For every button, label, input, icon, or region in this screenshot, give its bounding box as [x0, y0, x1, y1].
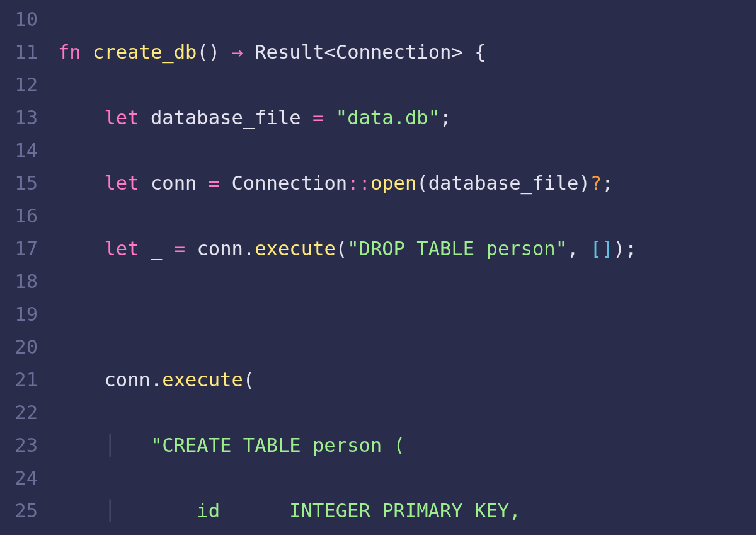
code-editor: 10111213141516171819202122232425 fn crea…: [0, 0, 756, 535]
code-line[interactable]: let conn = Connection::open(database_fil…: [58, 167, 636, 200]
line-number: 22: [0, 396, 38, 429]
line-number: 11: [0, 36, 38, 69]
code-line[interactable]: │ "CREATE TABLE person (: [58, 429, 636, 462]
line-number: 20: [0, 331, 38, 364]
code-line[interactable]: │ id INTEGER PRIMARY KEY,: [58, 495, 636, 527]
code-line[interactable]: let _ = conn.execute("DROP TABLE person"…: [58, 233, 636, 265]
line-number: 17: [0, 233, 38, 265]
line-number: 15: [0, 167, 38, 200]
line-number: 19: [0, 298, 38, 331]
line-number: 24: [0, 462, 38, 495]
line-number: 18: [0, 265, 38, 298]
line-number: 14: [0, 134, 38, 167]
line-number: 13: [0, 101, 38, 134]
line-number: 12: [0, 69, 38, 101]
code-line[interactable]: fn create_db() → Result<Connection> {: [58, 36, 636, 69]
line-number: 21: [0, 364, 38, 396]
line-number: 23: [0, 429, 38, 462]
code-line[interactable]: [58, 298, 636, 331]
code-area[interactable]: fn create_db() → Result<Connection> { le…: [43, 3, 636, 535]
line-number: 25: [0, 495, 38, 527]
code-line[interactable]: conn.execute(: [58, 364, 636, 396]
line-number: 16: [0, 200, 38, 233]
line-number: 10: [0, 3, 38, 36]
code-line[interactable]: let database_file = "data.db";: [58, 101, 636, 134]
line-number-gutter: 10111213141516171819202122232425: [0, 3, 43, 535]
